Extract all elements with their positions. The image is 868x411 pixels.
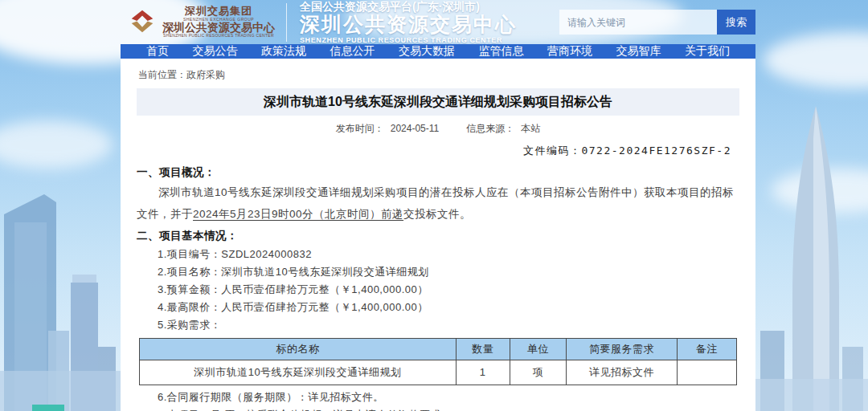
cell-unit: 项 [510, 360, 567, 385]
bid-deadline-text: 2024年5月23日9时00分（北京时间）前递 [193, 208, 403, 220]
search-box: 搜索 [559, 10, 755, 35]
section-heading-overview: 一、项目概况： [137, 161, 739, 182]
breadcrumb-label: 当前位置： [138, 69, 186, 80]
col-header-unit: 单位 [510, 338, 567, 360]
site-title-block: 全国公共资源交易平台(广东·深圳市) 深圳公共资源交易中心 SHENZHEN P… [300, 0, 517, 44]
list-item-project-name: 2.项目名称：深圳市轨道10号线东延深圳段交通详细规划 [158, 263, 739, 281]
list-item-budget: 3.预算金额：人民币壹佰肆拾万元整（￥1,400,000.00） [158, 281, 739, 299]
nav-item-supervision[interactable]: 监管信息 [479, 44, 524, 59]
exchange-group-logo-icon [127, 7, 158, 38]
cell-remarks [677, 360, 736, 385]
nav-item-about-us[interactable]: 关于我们 [685, 44, 730, 59]
site-header: 深圳交易集团 SHENZHEN EXCHANGE GROUP 深圳公共资源交易中… [121, 0, 755, 44]
list-item-procurement-demand: 5.采购需求： [158, 316, 739, 334]
announcement-title: 深圳市轨道10号线东延深圳段交通详细规划采购项目招标公告 [137, 88, 739, 116]
logo-center-name: 深圳公共资源交易中心 [162, 22, 275, 34]
platform-title: 全国公共资源交易平台(广东·深圳市) [300, 0, 517, 13]
list-item-contract-period: 6.合同履行期限（服务期限）：详见招标文件。 [158, 389, 739, 406]
section-heading-basic-info: 二、项目基本情况： [137, 225, 739, 246]
search-input[interactable] [559, 10, 717, 35]
nav-item-policies[interactable]: 政策法规 [261, 44, 306, 59]
nav-item-home[interactable]: 首页 [146, 44, 169, 59]
table-row: 深圳市轨道10号线东延深圳段交通详细规划 1 项 详见招标文件 [140, 360, 737, 385]
list-item-consortium-bidding: 7.本项目（是/否）接受联合体投标：详见申请人的资格要求。 [158, 406, 739, 411]
list-item-max-price: 4.最高限价：人民币壹佰肆拾万元整（￥1,400,000.00） [158, 299, 739, 316]
breadcrumb-item-government-procurement[interactable]: 政府采购 [186, 69, 225, 80]
publish-time-label: 发布时间： [336, 123, 384, 134]
col-header-remarks: 备注 [677, 338, 736, 360]
main-navigation: 首页 交易公告 政策法规 信息公开 交易大数据 监管信息 营商环境 交易智库 关… [121, 44, 755, 59]
nav-item-think-tank[interactable]: 交易智库 [616, 44, 661, 59]
nav-item-business-environment[interactable]: 营商环境 [547, 44, 592, 59]
overview-text-tail: 交投标文件。 [403, 208, 471, 220]
logo-org-name: 深圳交易集团 [162, 6, 275, 17]
content-panel: 当前位置：政府采购 深圳市轨道10号线东延深圳段交通详细规划采购项目招标公告 发… [121, 59, 755, 411]
col-header-subject-name: 标的名称 [140, 338, 457, 360]
nav-item-trade-announcements[interactable]: 交易公告 [193, 44, 238, 59]
logo-text-block: 深圳交易集团 SHENZHEN EXCHANGE GROUP 深圳公共资源交易中… [162, 6, 275, 39]
breadcrumb: 当前位置：政府采购 [137, 67, 739, 88]
announcement-meta: 发布时间：2024-05-11信息来源：本站 [137, 116, 739, 139]
overview-paragraph: 深圳市轨道10号线东延深圳段交通详细规划采购项目的潜在投标人应在（本项目招标公告… [137, 182, 739, 225]
col-header-quantity: 数量 [456, 338, 510, 360]
procurement-table: 标的名称 数量 单位 简要服务需求 备注 深圳市轨道10号线东延深圳段交通详细规… [139, 338, 737, 385]
nav-item-big-data[interactable]: 交易大数据 [399, 44, 455, 59]
col-header-service-requirements: 简要服务需求 [567, 338, 677, 360]
site-title: 深圳公共资源交易中心 [300, 13, 517, 36]
source-label: 信息来源： [466, 123, 514, 134]
cell-quantity: 1 [456, 360, 510, 385]
city-skyline-right-image [755, 90, 868, 411]
source-value: 本站 [521, 123, 540, 134]
nav-item-info-disclosure[interactable]: 信息公开 [330, 44, 375, 59]
site-logo[interactable]: 深圳交易集团 SHENZHEN EXCHANGE GROUP 深圳公共资源交易中… [127, 6, 275, 39]
file-code: 文件编码：0722-2024FE1276SZF-2 [137, 139, 739, 161]
page-column: 深圳交易集团 SHENZHEN EXCHANGE GROUP 深圳公共资源交易中… [121, 0, 755, 411]
basic-info-list-continued: 6.合同履行期限（服务期限）：详见招标文件。 7.本项目（是/否）接受联合体投标… [158, 389, 739, 411]
publish-time-value: 2024-05-11 [391, 123, 440, 134]
header-divider [286, 3, 287, 42]
cell-subject-name: 深圳市轨道10号线东延深圳段交通详细规划 [140, 360, 457, 385]
cell-service-requirements: 详见招标文件 [567, 360, 677, 385]
list-item-project-number: 1.项目编号：SZDL2024000832 [158, 246, 739, 263]
file-code-value: 0722-2024FE1276SZF-2 [581, 144, 731, 157]
site-title-en: SHENZHEN PUBLIC RESOURCES TRADING CENTER [300, 36, 517, 44]
table-header-row: 标的名称 数量 单位 简要服务需求 备注 [140, 338, 737, 360]
cloud-decoration [764, 32, 868, 88]
logo-center-name-en: SHENZHEN PUBLIC RESOURCES TRADING CENTER [162, 34, 275, 39]
search-button[interactable]: 搜索 [717, 10, 755, 35]
file-code-label: 文件编码： [523, 144, 582, 157]
basic-info-list: 1.项目编号：SZDL2024000832 2.项目名称：深圳市轨道10号线东延… [158, 246, 739, 334]
city-skyline-left-image [0, 146, 121, 411]
